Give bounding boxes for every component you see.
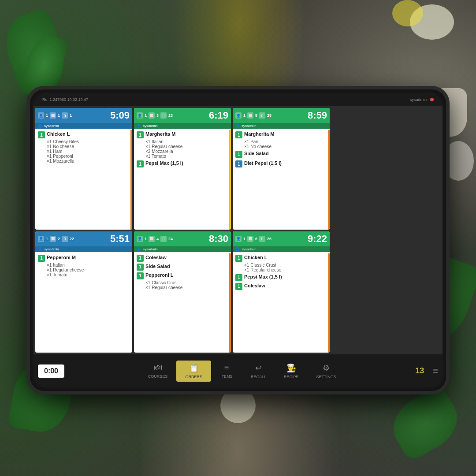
order-card-6[interactable]: 👤 1 ⬜ 6 Π 26 9:22 👤 sysadmin <box>233 231 330 353</box>
modifier-row: ×1 Tomato <box>134 154 231 159</box>
order-card-4[interactable]: 👤 1 ⬜ 2 Π 22 5:51 👤 sysadmin <box>35 231 132 353</box>
order-card-1[interactable]: 👤 1 ⬜ 1 Π 1 5:09 👤 sysadmin <box>35 108 132 230</box>
item-name: Pepsi Max (1,5 l) <box>145 160 183 166</box>
nav-recall[interactable]: ↩ RECALL <box>242 361 275 382</box>
order-meta-2: 👤 1 ⬜ 3 Π 23 <box>137 112 173 119</box>
recipe-label: RECIPE <box>284 375 299 379</box>
user-bar-3: 👤 sysadmin <box>233 123 330 129</box>
cover-icon-4: Π <box>62 236 68 242</box>
cover-icon: Π <box>62 112 68 119</box>
nav-right-controls: 13 ≡ <box>415 366 438 376</box>
person-icon: 👤 <box>38 112 44 119</box>
order-header-1: 👤 1 ⬜ 1 Π 1 5:09 <box>35 108 132 123</box>
modifier-row: ×1 Cheesy Bites <box>35 139 132 144</box>
modifier-row: ×1 No cheese <box>233 144 330 149</box>
item-row: 1 Pepperoni L <box>134 271 231 280</box>
recall-label: RECALL <box>251 375 266 379</box>
nav-settings[interactable]: ⚙ SETTINGS <box>307 361 345 382</box>
nav-courses[interactable]: 🍽 COURSES <box>139 361 177 382</box>
person-count: 1 <box>46 113 48 118</box>
qty-badge: 1 <box>235 131 242 138</box>
order-items-1: 1 Chicken L ×1 Cheesy Bites ×1 No cheese… <box>35 129 132 230</box>
orders-label: ORDERS <box>185 375 202 379</box>
person-icon-3: 👤 <box>235 112 242 119</box>
side-indicator-5 <box>229 253 231 353</box>
nav-orders[interactable]: 📋 ORDERS <box>176 361 211 382</box>
hamburger-icon[interactable]: ≡ <box>433 366 438 376</box>
person-icon-6: 👤 <box>235 236 242 242</box>
modifier-row: ×1 Classic Crust <box>134 280 231 285</box>
cover-icon-3: Π <box>259 112 265 119</box>
modifier-row: ×1 Tomato <box>35 272 132 277</box>
item-name: Margherita M <box>145 131 175 137</box>
p2: 1 <box>145 113 147 118</box>
item-row: 1 Pepsi Max (1,5 l) <box>233 273 330 282</box>
table-count: 1 <box>58 113 60 118</box>
system-info: Re: 1.247960 10:02 19:47 <box>42 97 88 102</box>
order-count: 13 <box>415 366 424 376</box>
order-time-3: 8:59 <box>308 110 327 121</box>
order-card-5[interactable]: 👤 1 ⬜ 4 Π 24 8:30 👤 sysadmin <box>134 231 231 353</box>
nav-items-container: 🍽 COURSES 📋 ORDERS ≡ ITEMS ↩ RECALL <box>69 361 415 382</box>
item-row: 1 Coleslaw <box>134 254 231 263</box>
nav-recipe[interactable]: 👨‍🍳 RECIPE <box>275 361 308 382</box>
side-indicator-6 <box>328 253 330 353</box>
table-icon: ⬜ <box>50 112 56 119</box>
item-name: Chicken L <box>244 255 268 260</box>
c6: 26 <box>267 237 271 241</box>
item-row: 1 Side Salad <box>233 150 330 159</box>
status-dot <box>430 98 434 101</box>
user-bar-2: 👤 sysadmin <box>134 123 231 129</box>
order-items-4: 1 Pepperoni M ×1 Italian ×1 Regular chee… <box>35 252 132 353</box>
modifier-row: ×1 Mozzarella <box>35 159 132 164</box>
order-card-2[interactable]: 👤 1 ⬜ 3 Π 23 6:19 👤 sysadmin <box>134 108 231 230</box>
qty-badge: 1 <box>137 131 144 138</box>
modifier-row: ×1 Italian <box>134 139 231 144</box>
order-time-6: 9:22 <box>308 233 327 245</box>
c2: 23 <box>168 113 173 118</box>
modifier-row: ×1 Regular cheese <box>134 285 231 290</box>
item-name: Chicken L <box>47 131 70 137</box>
modifier-row: ×1 Regular cheese <box>134 144 231 149</box>
lemon-slice <box>392 0 423 26</box>
user-label-2: sysadmin <box>143 124 158 128</box>
orders-icon: 📋 <box>189 363 199 373</box>
side-indicator-2 <box>229 130 231 230</box>
item-row: 1 Pepsi Max (1,5 l) <box>134 160 231 168</box>
qty-badge: 1 <box>38 131 45 138</box>
c3: 25 <box>267 113 271 118</box>
system-right: sysadmin <box>410 97 434 102</box>
orders-grid: 👤 1 ⬜ 1 Π 1 5:09 👤 sysadmin <box>33 106 443 354</box>
item-name: Diet Pepsi (1,5 l) <box>244 160 282 166</box>
order-time-1: 5:09 <box>110 110 130 121</box>
nav-items[interactable]: ≡ ITEMS <box>211 361 242 382</box>
cover-icon-2: Π <box>160 112 167 119</box>
table-icon-6: ⬜ <box>247 236 253 242</box>
item-name: Pepperoni L <box>145 272 174 278</box>
timer-display: 0:00 <box>38 364 64 378</box>
modifier-row: ×1 Regular cheese <box>35 268 132 272</box>
items-label: ITEMS <box>220 374 233 379</box>
t5: 4 <box>156 237 159 241</box>
order-card-3[interactable]: 👤 1 ⬜ 5 Π 25 8:59 👤 sysadmin <box>233 108 330 230</box>
user-label-6: sysadmin <box>242 247 257 251</box>
qty-badge: 1 <box>235 274 242 281</box>
user-label-1: sysadmin <box>44 124 59 128</box>
order-items-5: 1 Coleslaw 1 Side Salad 1 Pepperoni L ×1… <box>134 252 231 353</box>
order-header-4: 👤 1 ⬜ 2 Π 22 5:51 <box>35 231 132 246</box>
order-meta-3: 👤 1 ⬜ 5 Π 25 <box>235 112 271 119</box>
modifier-row: ×1 Pan <box>233 139 330 144</box>
c5: 24 <box>168 237 173 241</box>
modifier-row: ×1 Italian <box>35 263 132 268</box>
order-header-2: 👤 1 ⬜ 3 Π 23 6:19 <box>134 108 231 123</box>
cover-icon-5: Π <box>160 236 167 242</box>
t6: 6 <box>255 237 257 241</box>
bottom-navigation: 0:00 🍽 COURSES 📋 ORDERS ≡ ITEMS <box>33 354 443 387</box>
item-name: Coleslaw <box>145 255 167 260</box>
order-meta-5: 👤 1 ⬜ 4 Π 24 <box>137 236 173 242</box>
order-time-5: 8:30 <box>209 233 228 245</box>
item-row: 1 Margherita M <box>134 130 231 139</box>
p3: 1 <box>243 113 245 118</box>
item-row: 1 Coleslaw <box>233 282 330 291</box>
order-header-6: 👤 1 ⬜ 6 Π 26 9:22 <box>233 231 330 246</box>
